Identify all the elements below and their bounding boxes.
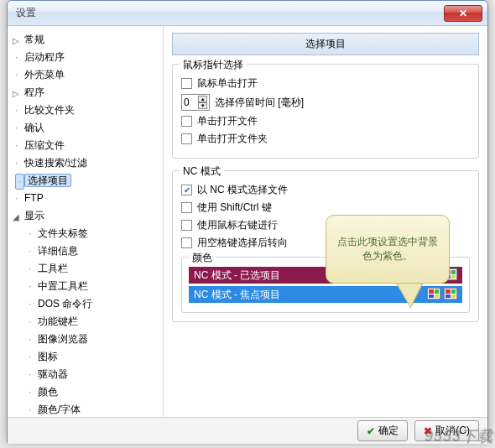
checkbox-space[interactable]: [181, 237, 192, 248]
tree-item-label: 详细信息: [38, 245, 78, 257]
check-icon: ✔: [367, 425, 375, 437]
color-picker-icon[interactable]: [444, 288, 457, 300]
tree-item-label: 外壳菜单: [24, 69, 65, 81]
tree-bullet: ·: [29, 385, 31, 399]
tree-item-label: 快速搜索/过滤: [24, 157, 87, 169]
tree-bullet: ·: [29, 403, 31, 417]
tree-item-17[interactable]: ·图像浏览器: [11, 331, 159, 348]
tree-item-label: 文件夹标签: [38, 227, 88, 239]
tree-item-label: 颜色: [38, 386, 58, 398]
tree-bullet: ·: [15, 191, 18, 206]
tree-item-7[interactable]: ·快速搜索/过滤: [11, 154, 159, 172]
tree-bullet: ·: [29, 367, 31, 382]
tree-bullet: ·: [15, 138, 18, 153]
tree-item-label: 常规: [24, 34, 44, 45]
tree-item-20[interactable]: ·颜色: [11, 383, 159, 401]
tree-bullet: ·: [29, 227, 31, 241]
tree-item-16[interactable]: ·功能键栏: [11, 313, 159, 331]
tree-item-2[interactable]: ·外壳菜单: [11, 66, 159, 84]
caret-right-icon: ▷: [13, 34, 21, 42]
checkbox-right-click[interactable]: [181, 220, 192, 231]
tree-bullet: ·: [15, 103, 18, 117]
tree-item-label: 中置工具栏: [38, 280, 88, 292]
tree-bullet: ·: [15, 156, 18, 170]
tree-item-15[interactable]: ·DOS 命令行: [11, 295, 159, 313]
label-open-file: 单击打开文件: [197, 114, 258, 128]
tree-item-label: 图像浏览器: [38, 333, 88, 345]
tree-bullet: ·: [29, 332, 31, 346]
caret-right-icon: ▷: [13, 86, 21, 95]
tree-item-19[interactable]: ·驱动器: [11, 366, 159, 383]
watermark: 9553下载: [425, 426, 493, 446]
tree-item-1[interactable]: ·启动程序: [11, 49, 159, 66]
ok-button[interactable]: ✔ 确定: [357, 420, 408, 441]
tree-item-label: 图标: [38, 351, 58, 362]
checkbox-open-file[interactable]: [181, 116, 192, 127]
tree-bullet: ·: [29, 262, 31, 276]
tree-item-label: 显示: [24, 210, 44, 221]
tree-item-13[interactable]: ·工具栏: [11, 260, 159, 278]
tree-bullet: ·: [15, 50, 18, 65]
tree-bullet: ·: [29, 297, 31, 311]
tree-item-14[interactable]: ·中置工具栏: [11, 278, 159, 295]
group-mouse-select: 鼠标指针选择 鼠标单击打开 0 ▴▾ 选择停留时间 [毫秒] 单击打开文件: [172, 64, 479, 159]
tree-item-label: FTP: [24, 192, 44, 204]
label-right-click: 使用鼠标右键进行: [197, 218, 278, 232]
tree-item-label: 程序: [24, 86, 44, 98]
tree-item-3[interactable]: ▷程序: [11, 84, 159, 102]
tree-item-9[interactable]: ·FTP: [11, 190, 159, 207]
tree-bullet: ·: [29, 244, 31, 258]
tree-item-label: DOS 命令行: [38, 298, 92, 310]
tree-item-0[interactable]: ▷常规: [11, 31, 159, 49]
checkbox-shift-ctrl[interactable]: [181, 202, 192, 213]
window-title: 设置: [16, 6, 444, 20]
caret-down-icon: ◢: [13, 210, 21, 218]
tree-item-10[interactable]: ◢显示: [11, 207, 159, 225]
spinner-buttons[interactable]: ▴▾: [198, 96, 207, 109]
settings-tree[interactable]: ▷常规·启动程序·外壳菜单▷程序·比较文件夹·确认·压缩文件·快速搜索/过滤·选…: [8, 26, 164, 417]
tree-item-4[interactable]: ·比较文件夹: [11, 102, 159, 119]
tree-item-label: 比较文件夹: [24, 104, 75, 116]
tree-item-12[interactable]: ·详细信息: [11, 242, 159, 260]
label-space: 用空格键选择后转向: [197, 236, 288, 250]
callout-tooltip: 点击此项设置选中背景色为紫色。: [326, 215, 450, 284]
tree-item-label: 确认: [24, 122, 44, 133]
label-nc-select: 以 NC 模式选择文件: [197, 183, 288, 197]
tree-bullet: ·: [15, 68, 18, 82]
tree-item-label: 驱动器: [38, 368, 68, 380]
tree-item-6[interactable]: ·压缩文件: [11, 137, 159, 154]
tree-item-label: 压缩文件: [24, 139, 65, 151]
tree-bullet: ·: [15, 121, 18, 135]
tree-item-21[interactable]: ·颜色/字体: [11, 401, 159, 417]
group-title: 鼠标指针选择: [180, 58, 247, 72]
tree-item-label: 颜色/字体: [38, 404, 81, 415]
tree-item-label: 工具栏: [38, 263, 68, 274]
tree-item-label: 启动程序: [24, 51, 65, 63]
label-click-open: 鼠标单击打开: [197, 76, 258, 91]
tree-item-label: 选择项目: [24, 174, 71, 187]
tree-item-11[interactable]: ·文件夹标签: [11, 225, 159, 242]
checkbox-nc-select[interactable]: ✔: [181, 185, 192, 195]
tree-bullet: ·: [29, 315, 31, 329]
tree-bullet: ·: [29, 279, 31, 294]
group-title: NC 模式: [180, 164, 224, 179]
close-button[interactable]: ✕: [444, 5, 482, 22]
tree-item-5[interactable]: ·确认: [11, 119, 159, 137]
tree-bullet: ·: [15, 174, 24, 190]
checkbox-open-folder[interactable]: [181, 133, 192, 144]
label-open-folder: 单击打开文件夹: [197, 132, 268, 146]
colors-title: 颜色: [189, 251, 216, 265]
tree-item-8[interactable]: ·选择项目: [11, 172, 159, 190]
titlebar[interactable]: 设置 ✕: [8, 1, 487, 26]
label-hover-time: 选择停留时间 [毫秒]: [215, 96, 304, 110]
hover-time-input[interactable]: 0 ▴▾: [181, 94, 210, 111]
tree-item-label: 功能键栏: [38, 315, 78, 327]
checkbox-click-open[interactable]: [181, 78, 192, 89]
tree-item-18[interactable]: ·图标: [11, 348, 159, 366]
close-icon: ✕: [459, 8, 467, 19]
dialog-footer: ✔ 确定 ✖ 取消(C): [8, 417, 487, 444]
tree-bullet: ·: [29, 350, 31, 364]
label-shift-ctrl: 使用 Shift/Ctrl 键: [197, 201, 272, 215]
section-header: 选择项目: [172, 33, 479, 55]
